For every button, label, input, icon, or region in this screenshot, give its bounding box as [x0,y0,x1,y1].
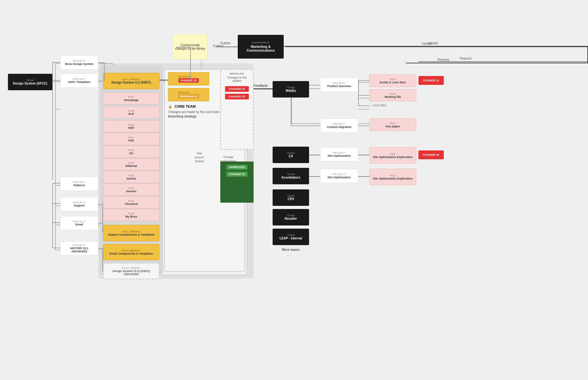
file-lib-archived-box: FILE LIBRARY Design System (0.1) (SSFC) … [103,263,159,279]
conn-vert-left2 [52,183,53,248]
file-keypages-label-main: Key pages [385,125,400,128]
file-lib-email-label-main: Email Components & Templates [110,252,153,255]
file-mybose-label-top: FILE [128,212,134,215]
file-checkout-label-top: FILE [128,200,134,202]
file-working-label-main: Working file [384,95,401,98]
proj-email-label-main: Email [75,223,83,226]
file-checkout-box[interactable]: FILE Checkout [103,196,159,208]
lock-icon: 🔒 [168,104,172,108]
file-scotty-label-main: Scotty & Lone Starr [379,81,406,84]
backlog-box: BACKLOG Changes to the system CHANGE #1 … [220,69,254,150]
file-homepage-box[interactable]: FILE Homepage [103,92,159,104]
new-branch-ticket-label: newbranch(ticket) [195,151,204,163]
conn-cm-keypages [358,125,369,126]
team-webex-label-main: WebEx [286,89,296,92]
publish-label: Publish [213,44,223,48]
conn-hist-lib-vert [102,248,103,271]
file-plp-label-top: FILE [128,110,134,112]
file-working-label-top: FILE [390,92,396,95]
file-pdp-label-main: PDP [128,126,134,130]
file-mybose-box[interactable]: FILE My Bose [103,209,159,221]
file-pdp-box[interactable]: FILE PDP [103,120,159,132]
file-siteopt-acc-box[interactable]: FILE Site Optimization Exploration [369,169,416,185]
backlog-change1-badge: CHANGE #1 [225,86,249,92]
file-pxp-label-main: PXP [128,139,134,142]
proj-prod-label-main: Product launches [327,85,351,88]
proj-email-label-top: PROJECT [73,220,86,223]
file-working-box[interactable]: FILE Working file [369,89,416,101]
team-sfcc-box: TEAM Design System (SFCC) [8,74,52,90]
file-mybose-label-main: My Bose [125,215,137,218]
proj-patterns-box: PROJECT Patterns [60,177,98,191]
conn-siteopt-acc-file [358,176,369,177]
file-pxp-box[interactable]: FILE PXP [103,133,159,145]
branch-change2-label-top: BRANCH [178,75,190,78]
file-lib-support-box[interactable]: FILE LIBRARY Support Components & Templa… [103,225,159,241]
file-generic-label-top: FILE [128,187,134,190]
approved-box: APPROVED CHANGE #2 [220,162,254,203]
team-cx-label-main: CX [289,155,293,158]
proj-siteopt-acc-label-main: Site Optimization [327,176,351,179]
file-checkout-label-main: Checkout [125,202,138,206]
proj-bose-label-top: PROJECT [73,60,86,62]
file-so-box[interactable]: FILE SO [103,146,159,158]
file-lib-archived-label-main: Design System (0.1) (SSFC) ARCHIVED [106,269,157,276]
team-leap-label-top: TEAM [287,234,294,237]
file-lib-ds-label-main: Design System 0.2 (SSFC) [112,81,151,84]
core-team-label: CORE TEAM [175,104,196,108]
proj-siteopt-acc-label-top: PROJECT [333,173,346,176]
conn-acc-siteopt [309,176,320,177]
conn-prod-scotty [358,80,369,81]
file-keypages-box[interactable]: FILE Key pages [369,118,416,131]
file-lib-archived-label-top: FILE LIBRARY [122,267,140,269]
file-stories-box[interactable]: FILE Stories [103,171,159,183]
file-lib-support-label-top: FILE LIBRARY [122,230,140,233]
file-lib-ds-box[interactable]: FILE LIBRARY Design System 0.2 (SSFC) [103,73,159,89]
branch-change2-box[interactable]: BRANCH CHANGE #2 [168,72,209,86]
file-scotty-box[interactable]: FILE Scotty & Lone Starr [369,74,416,87]
team-cx-box: TEAM CX [273,147,309,163]
proj-history-label-top: PROJECT [73,244,86,247]
team-acc-label-top: TEAM [287,173,294,176]
conn-webex-cm-vert [291,98,291,126]
file-lib-ds-label-top: FILE LIBRARY [122,78,140,81]
conn-ssfc [52,80,60,81]
file-lib-email-label-top: FILE LIBRARY [122,249,140,252]
file-siteopt-cx-box[interactable]: FILE Site Optimization Exploration [369,147,416,164]
file-lib-email-box[interactable]: FILE LIBRARY Email Components & Template… [103,244,159,260]
conn-prod-more [358,105,369,106]
team-leap-box: TEAM LEAP - Internal [273,229,309,245]
branch-maintenance-box[interactable]: BRANCH Maintenance [168,88,209,101]
branch-maintenance-label-top: BRANCH [178,91,190,94]
update-label: Update [422,42,432,45]
file-generic-box[interactable]: FILE Generic [103,184,159,196]
file-plp-label-main: PLP [128,112,134,116]
workspace-marketing-box: WORKSPACE Marketing & Communications [238,35,284,59]
file-plp-box[interactable]: FILE PLP [103,106,159,118]
team-cpx-label-top: TEAM [287,194,294,197]
workspace-label-main: Marketing & Communications [240,45,282,52]
conn-branch-comm-vert [190,47,191,82]
proj-cm-label-top: PROJECT [333,123,346,125]
file-stories-label-main: Stories [126,177,136,180]
approved-change2-badge: CHANGE #2 [226,172,248,177]
proj-bose-label-main: Bose Design System [65,62,93,66]
team-webex-label-top: TEAM [287,86,294,89]
file-siteopt-cx-label-main: Site Optimization Exploration [373,155,413,159]
proj-support-label-top: PROJECT [73,201,86,204]
change2-cx-badge: CHANGE #2 [418,150,444,159]
file-pdp-label-top: FILE [128,124,134,126]
request-label: Request [437,58,449,61]
conn-webex-cm-horiz [291,125,320,126]
file-so-label-top: FILE [128,149,134,152]
conn-support-lib-vert [102,204,103,232]
proj-cm-label-main: Content migration [327,125,352,129]
conn-webex-prod [309,85,320,86]
conn-email [52,222,60,223]
team-leap-label-main: LEAP - Internal [280,237,302,240]
proj-support-box: PROJECT Support [60,197,98,211]
team-acc-label-main: Acceletators [281,176,300,179]
file-editorial-box[interactable]: FILE Editorial [103,158,159,170]
feedback-label: Feedback [254,84,268,87]
team-reseller-label-main: Reseller [285,217,297,220]
